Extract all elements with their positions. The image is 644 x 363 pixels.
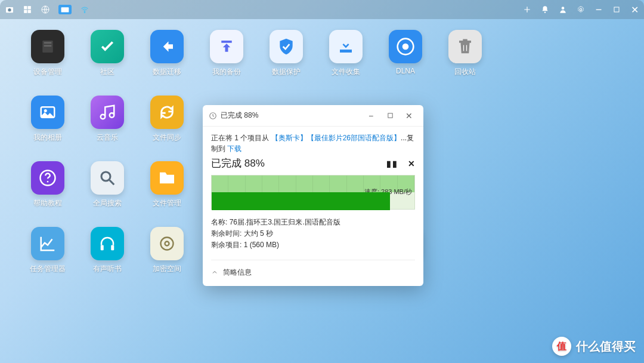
remain-time-key: 剩余时间:	[211, 229, 242, 238]
progress-bar: 速度: 283 MB/秒	[211, 175, 415, 210]
app-任务管理器[interactable]: 任务管理器	[18, 227, 78, 293]
svg-point-8	[84, 12, 85, 13]
bell-icon[interactable]	[540, 5, 550, 14]
app-有声听书[interactable]: 有声听书	[78, 227, 137, 293]
chevron-up-icon	[211, 269, 218, 276]
progress-title-row: 已完成 88% ▮▮ ✕	[211, 156, 415, 170]
chart-icon	[31, 227, 64, 260]
svg-rect-4	[24, 10, 27, 13]
app-文件收集[interactable]: 文件收集	[316, 30, 376, 96]
svg-rect-33	[388, 113, 392, 118]
svg-point-16	[402, 44, 409, 50]
resize-icon[interactable]	[522, 5, 532, 14]
topbar-left	[5, 5, 89, 14]
svg-rect-2	[24, 6, 27, 9]
search-icon	[91, 161, 124, 195]
grid-icon[interactable]	[23, 5, 32, 14]
app-label: DLNA	[396, 67, 415, 75]
dialog-titlebar[interactable]: 已完成 88% − ✕	[203, 105, 423, 127]
clock-icon	[209, 112, 217, 120]
copy-prefix: 正在将 1 个项目从	[211, 134, 269, 142]
cancel-button[interactable]: ✕	[408, 159, 415, 168]
app-回收站[interactable]: 回收站	[435, 30, 495, 96]
copy-source-link[interactable]: 【奥斯卡】【最佳影片26部国语配音版】	[271, 134, 401, 142]
server-icon	[31, 30, 64, 63]
app-设备管理[interactable]: 设备管理	[18, 30, 78, 96]
app-数据迁移[interactable]: 数据迁移	[137, 30, 197, 96]
arrow-left-icon	[150, 30, 184, 63]
image-icon	[31, 96, 64, 129]
svg-rect-22	[101, 245, 104, 251]
app-我的备份[interactable]: 我的备份	[197, 30, 256, 96]
copy-dest-link[interactable]: 下载	[227, 144, 242, 153]
globe-icon[interactable]	[41, 5, 50, 14]
camera-icon[interactable]	[5, 5, 14, 14]
svg-point-18	[44, 109, 47, 112]
dialog-maximize-button[interactable]	[382, 107, 398, 124]
gear-icon[interactable]	[576, 5, 586, 14]
app-label: 数据保护	[272, 67, 301, 77]
app-云音乐[interactable]: 云音乐	[78, 96, 137, 161]
svg-rect-7	[61, 7, 69, 12]
name-key: 名称:	[211, 218, 227, 226]
trash-icon	[448, 30, 482, 63]
app-label: 文件同步	[153, 133, 181, 143]
help-icon	[31, 161, 64, 195]
dialog-close-button[interactable]: ✕	[401, 107, 417, 124]
file-copy-dialog: 已完成 88% − ✕ 正在将 1 个项目从 【奥斯卡】【最佳影片26部国语配音…	[203, 105, 423, 286]
shield-icon	[270, 30, 303, 63]
topbar: − ✕	[0, 0, 644, 19]
progress-bar-fill	[212, 192, 390, 210]
dialog-window-controls: − ✕	[363, 107, 417, 124]
details-toggle-label: 简略信息	[223, 267, 252, 278]
app-label: 数据迁移	[153, 67, 181, 77]
copy-source-text: 正在将 1 个项目从 【奥斯卡】【最佳影片26部国语配音版】...复制到 下载	[211, 133, 415, 154]
app-社区[interactable]: 社区	[78, 30, 137, 96]
app-文件管理[interactable]: 文件管理	[137, 161, 197, 227]
headphone-icon	[91, 227, 124, 260]
music-icon	[91, 96, 124, 129]
app-label: 设备管理	[33, 67, 62, 77]
app-label: 加密空间	[153, 264, 181, 274]
wifi-icon[interactable]	[80, 5, 89, 14]
close-icon[interactable]: ✕	[630, 5, 639, 14]
upload-icon	[210, 30, 243, 63]
minimize-icon[interactable]: −	[594, 5, 603, 14]
maximize-icon[interactable]	[612, 5, 621, 14]
file-info: 名称: 76届.指环王3.国王归来.国语配音版 剩余时间: 大约 5 秒 剩余项…	[211, 217, 415, 251]
user-icon[interactable]	[558, 5, 568, 14]
svg-point-21	[101, 172, 110, 181]
app-文件同步[interactable]: 文件同步	[137, 96, 197, 161]
sync-icon	[150, 96, 184, 129]
lock-icon	[150, 227, 184, 260]
app-加密空间[interactable]: 加密空间	[137, 227, 197, 293]
svg-rect-3	[28, 6, 31, 9]
app-label: 文件管理	[153, 198, 181, 208]
app-帮助教程[interactable]: 帮助教程	[18, 161, 78, 227]
app-label: 我的备份	[212, 67, 241, 77]
app-label: 有声听书	[93, 264, 122, 274]
app-label: 任务管理器	[30, 264, 66, 274]
app-label: 云音乐	[97, 133, 118, 143]
app-label: 帮助教程	[33, 198, 62, 208]
folder-icon	[150, 161, 184, 195]
app-我的相册[interactable]: 我的相册	[18, 96, 78, 161]
svg-point-10	[562, 7, 565, 10]
svg-point-1	[8, 8, 11, 11]
progress-title: 已完成 88%	[211, 156, 265, 170]
progress-bar-buffer: 速度: 283 MB/秒	[212, 176, 414, 192]
app-全局搜索[interactable]: 全局搜索	[78, 161, 137, 227]
topbar-right: − ✕	[522, 5, 639, 14]
svg-rect-5	[28, 10, 31, 13]
svg-point-9	[544, 12, 546, 13]
details-toggle[interactable]: 简略信息	[211, 260, 415, 278]
app-数据保护[interactable]: 数据保护	[256, 30, 316, 96]
app-DLNA[interactable]: DLNA	[376, 30, 435, 96]
app-label: 回收站	[454, 67, 476, 77]
app-label: 文件收集	[332, 67, 360, 77]
pause-button[interactable]: ▮▮	[386, 159, 398, 168]
window-icon[interactable]	[58, 5, 72, 14]
dialog-minimize-button[interactable]: −	[363, 107, 379, 124]
remain-items-key: 剩余项目:	[211, 241, 242, 249]
dialog-body: 正在将 1 个项目从 【奥斯卡】【最佳影片26部国语配音版】...复制到 下载 …	[203, 127, 423, 286]
